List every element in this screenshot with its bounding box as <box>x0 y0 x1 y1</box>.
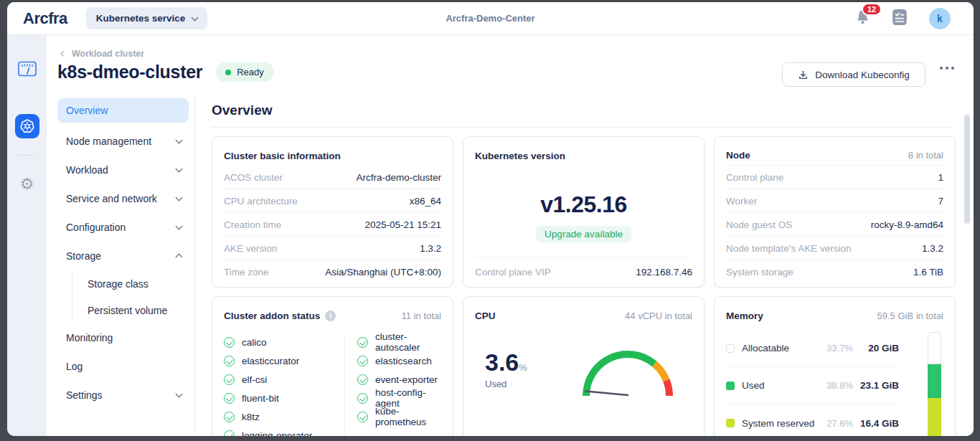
nav-item-service-and-network[interactable]: Service and network <box>57 184 189 213</box>
nav-item-overview[interactable]: Overview <box>57 98 189 123</box>
chevron-up-icon <box>176 254 183 261</box>
notifications-button[interactable]: 12 <box>855 9 870 28</box>
nav-item-storage-class[interactable]: Storage class <box>86 270 189 297</box>
nav-item-settings[interactable]: Settings <box>57 381 189 409</box>
info-row: Creation time 2025-05-21 15:21 <box>224 213 441 237</box>
datacenter-title: Arcfra-Demo-Center <box>446 13 534 24</box>
check-circle-icon <box>357 374 368 385</box>
memory-row-allocatable: Allocatable 33.7% 20 GiB <box>726 330 899 367</box>
cpu-card: CPU 44 vCPU in total 3.6% Used <box>463 296 705 436</box>
addon-item: event-exporter <box>357 370 441 389</box>
status-label: Ready <box>237 67 264 77</box>
check-circle-icon <box>357 393 368 404</box>
check-circle-icon <box>224 337 235 348</box>
chevron-down-icon <box>176 223 183 230</box>
kubernetes-version-value: v1.25.16 <box>475 191 692 218</box>
product-switcher[interactable]: Kubernetes service <box>86 7 208 29</box>
breadcrumb[interactable]: Workload cluster <box>62 49 144 59</box>
addon-item: cluster-autoscaler <box>357 333 441 351</box>
dashboard-meter-icon <box>18 61 37 77</box>
main-panel: Workload cluster k8s-dmeo-cluster Ready … <box>47 35 974 436</box>
memory-stacked-bar-chart <box>928 332 941 436</box>
cpu-percent-unit: % <box>519 362 527 373</box>
info-row: System storage 1.6 TiB <box>726 260 943 284</box>
vip-label: Control plane VIP <box>475 267 551 278</box>
dashboard-nav-button[interactable] <box>18 61 37 80</box>
storage-subnav: Storage class Persistent volume <box>72 270 189 323</box>
nav-content-divider <box>194 95 195 436</box>
cluster-addon-status-card: Cluster addon status i 11 in total calic… <box>212 296 453 436</box>
product-switcher-label: Kubernetes service <box>96 13 186 24</box>
check-circle-icon <box>224 374 235 385</box>
check-circle-icon <box>224 430 235 437</box>
info-row: AKE version 1.3.2 <box>224 237 441 260</box>
allocatable-swatch-icon <box>726 344 735 353</box>
breadcrumb-label: Workload cluster <box>72 49 144 59</box>
status-badge: Ready <box>215 62 274 82</box>
vip-value: 192.168.7.46 <box>636 267 692 278</box>
memory-card: Memory 59.5 GiB in total Allocatable 33.… <box>714 296 956 436</box>
bar-segment-allocatable <box>928 332 941 364</box>
gauge-needle <box>585 392 628 396</box>
addon-item: elasticcurator <box>224 351 344 370</box>
chevron-down-icon <box>176 194 183 201</box>
kubernetes-version-card: Kubernetes version v1.25.16 Upgrade avai… <box>463 136 705 288</box>
info-row: CPU architecture x86_64 <box>224 189 441 213</box>
chevron-down-icon <box>176 166 183 173</box>
more-actions-button[interactable] <box>940 67 954 70</box>
addon-column-2: cluster-autoscaler elasticsearch event-e… <box>344 333 441 436</box>
back-icon <box>61 51 67 57</box>
addon-item: host-config-agent <box>357 389 441 407</box>
nav-item-configuration[interactable]: Configuration <box>57 213 189 242</box>
card-title: Node <box>726 150 750 161</box>
check-circle-icon <box>357 337 368 348</box>
info-row: Time zone Asia/Shanghai (UTC+8:00) <box>224 260 441 284</box>
status-dot-icon <box>225 70 231 75</box>
memory-total: 59.5 GiB in total <box>877 310 944 321</box>
download-icon <box>798 70 809 80</box>
memory-row-system-reserved: System reserved 27.6% 16.4 GiB <box>726 404 899 436</box>
chevron-down-icon <box>176 391 183 398</box>
chevron-down-icon <box>192 14 199 21</box>
nav-item-persistent-volume[interactable]: Persistent volume <box>86 297 189 323</box>
card-title: CPU <box>475 310 496 321</box>
info-row: ACOS cluster Arcfra-demo-cluster <box>224 166 441 189</box>
info-row: Node guest OS rocky-8.9-amd64 <box>726 213 943 237</box>
avatar[interactable]: k <box>929 8 951 29</box>
bar-segment-used <box>928 364 941 398</box>
cluster-nav: Overview Node management Workload Servic… <box>57 98 189 409</box>
used-swatch-icon <box>726 381 735 390</box>
addon-item: k8tz <box>224 407 344 426</box>
card-title: Cluster basic information <box>224 151 341 161</box>
vertical-scrollbar[interactable] <box>964 115 970 224</box>
check-circle-icon <box>357 412 368 422</box>
addons-total: 11 in total <box>402 310 441 321</box>
check-circle-icon <box>357 356 368 366</box>
addon-item: kube-prometheus <box>357 407 441 426</box>
nav-item-log[interactable]: Log <box>57 352 189 381</box>
download-kubeconfig-button[interactable]: Download Kubeconfig <box>782 62 925 87</box>
settings-nav-button[interactable]: ⚙ <box>20 176 34 192</box>
nav-item-workload[interactable]: Workload <box>57 156 189 184</box>
addon-item: fluent-bit <box>224 389 344 407</box>
info-icon[interactable]: i <box>325 310 336 321</box>
info-row: Node template's AKE version 1.3.2 <box>726 237 943 260</box>
kubernetes-nav-button[interactable] <box>15 114 39 138</box>
cpu-gauge-chart <box>578 346 678 403</box>
cpu-used-label: Used <box>485 379 527 389</box>
addon-item: elf-csi <box>224 370 344 389</box>
cluster-basic-info-card: Cluster basic information ACOS cluster A… <box>212 136 453 288</box>
topbar-actions: 12 k <box>855 8 951 29</box>
notification-badge: 12 <box>862 3 882 16</box>
nav-item-node-management[interactable]: Node management <box>57 127 189 156</box>
node-card: Node 8 in total Control plane 1 Worker 7… <box>714 136 956 288</box>
upgrade-available-badge: Upgrade available <box>536 226 631 242</box>
chevron-down-icon <box>176 137 183 144</box>
page-title: k8s-dmeo-cluster <box>57 62 202 82</box>
check-circle-icon <box>224 393 235 404</box>
tasks-button[interactable] <box>892 9 908 29</box>
tasks-icon <box>892 9 908 26</box>
nav-item-storage[interactable]: Storage <box>57 242 189 270</box>
nav-item-monitoring[interactable]: Monitoring <box>57 323 189 352</box>
addon-item: logging-operator <box>224 426 344 436</box>
